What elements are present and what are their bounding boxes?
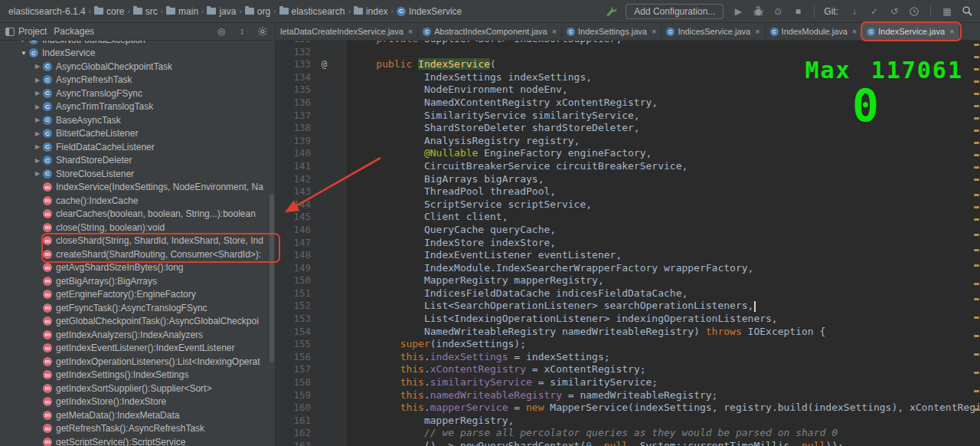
packages-toolwindow-button[interactable]: Packages xyxy=(54,26,94,37)
line-number: 143 xyxy=(276,185,311,198)
tree-item-getBigArrays-BigArrays[interactable]: mgetBigArrays():BigArrays xyxy=(0,274,270,288)
tree-item-IndexService[interactable]: ▼CIndexService xyxy=(0,47,270,61)
chevron-right-icon[interactable]: ▶ xyxy=(32,63,43,70)
tree-item-cache-IndexCache[interactable]: mcache():IndexCache xyxy=(0,194,270,208)
tree-item-getIndexStore-IndexStore[interactable]: mgetIndexStore():IndexStore xyxy=(0,395,270,409)
navigation-bar: elasticsearch-6.1.4›core›src›main›java›o… xyxy=(0,0,980,23)
breadcrumb-item-elasticsearch-6.1.4[interactable]: elasticsearch-6.1.4 xyxy=(6,5,88,18)
tree-item-createShard-ShardRouting-Consumer-ShardI[interactable]: mcreateShard(ShardRouting, Consumer<Shar… xyxy=(0,248,270,261)
code-line: 137 SimilarityService similarityService, xyxy=(276,110,972,123)
breadcrumb-item-elasticsearch[interactable]: elasticsearch xyxy=(277,5,348,18)
breadcrumb-item-src[interactable]: src xyxy=(131,5,160,18)
gutter: 149 xyxy=(276,262,346,275)
history-icon[interactable] xyxy=(907,5,921,18)
breadcrumb-item-main[interactable]: main xyxy=(164,5,201,18)
chevron-right-icon[interactable]: ▶ xyxy=(32,103,43,110)
tree-item-ShardStoreDeleter[interactable]: ▶CShardStoreDeleter xyxy=(0,154,270,168)
breadcrumb-item-java[interactable]: java xyxy=(204,5,238,18)
tree-item-getGlobalCheckpointTask-AsyncGlobalCheck[interactable]: mgetGlobalCheckpointTask():AsyncGlobalCh… xyxy=(0,315,270,329)
project-toolwindow-button[interactable]: Project xyxy=(5,26,47,37)
search-icon[interactable] xyxy=(960,5,974,18)
chevron-down-icon[interactable]: ▼ xyxy=(18,50,29,57)
tree-item-AsyncTranslogFSync[interactable]: ▶CAsyncTranslogFSync xyxy=(0,87,270,100)
tab-close-icon[interactable]: × xyxy=(852,27,857,36)
class-icon: C xyxy=(43,89,52,98)
git-update-icon[interactable]: ↓ xyxy=(848,5,861,18)
tab-IndicesService.java[interactable]: CIndicesService.java× xyxy=(662,23,765,40)
gutter: 138 xyxy=(276,122,346,135)
stop-icon[interactable]: ■ xyxy=(791,5,805,18)
class-icon: C xyxy=(397,7,406,16)
tree-item-FieldDataCacheListener[interactable]: ▶CFieldDataCacheListener xyxy=(0,140,270,154)
tree-item-close-String-boolean-void[interactable]: mclose(String, boolean):void xyxy=(0,221,270,234)
error-stripe[interactable] xyxy=(972,41,980,446)
run-icon[interactable]: ▶ xyxy=(731,5,745,18)
project-tree-panel[interactable]: ▶CIndexNotFoundException▼CIndexService▶C… xyxy=(0,41,276,446)
tree-item-getIndexSortSupplier-Supplier-Sort-[interactable]: mgetIndexSortSupplier():Supplier<Sort> xyxy=(0,382,270,395)
tree-item-getAvgShardSizeInBytes-long[interactable]: mgetAvgShardSizeInBytes():long xyxy=(0,261,270,275)
git-revert-icon[interactable]: ↺ xyxy=(887,5,901,18)
tree-item-AsyncGlobalCheckpointTask[interactable]: ▶CAsyncGlobalCheckpointTask xyxy=(0,60,270,74)
breadcrumb-item-org[interactable]: org xyxy=(243,5,273,18)
tab-letaDataCreateIndexService.java[interactable]: letaDataCreateIndexService.java× xyxy=(276,23,418,40)
tree-item-getEngineFactory-EngineFactory[interactable]: mgetEngineFactory():EngineFactory xyxy=(0,288,270,302)
tab-IndexModule.java[interactable]: CIndexModule.java× xyxy=(766,23,863,40)
breadcrumb-item-IndexService[interactable]: CIndexService xyxy=(394,5,464,18)
chevron-right-icon[interactable]: ▶ xyxy=(18,41,29,43)
breadcrumb-item-core[interactable]: core xyxy=(92,5,126,18)
layout-icon[interactable]: ▦ xyxy=(940,5,954,18)
tree-item-getScriptService-ScriptService[interactable]: mgetScriptService():ScriptService xyxy=(0,435,270,446)
tab-close-icon[interactable]: × xyxy=(652,27,656,36)
expand-collapse-icon[interactable]: ↕ xyxy=(235,25,249,38)
tree-item-BaseAsyncTask[interactable]: ▶CBaseAsyncTask xyxy=(0,113,270,127)
tree-item-AsyncRefreshTask[interactable]: ▶CAsyncRefreshTask xyxy=(0,74,270,87)
tab-IndexService.java[interactable]: CIndexService.java× xyxy=(862,23,959,40)
tree-item-closeShard-String-ShardId-IndexShard-Sto[interactable]: mcloseShard(String, ShardId, IndexShard,… xyxy=(0,234,270,248)
chevron-right-icon[interactable]: ▶ xyxy=(32,90,43,97)
tab-AbstractIndexComponent.java[interactable]: CAbstractIndexComponent.java× xyxy=(418,23,562,40)
tab-close-icon[interactable]: × xyxy=(552,27,557,36)
tree-item-getMetaData-IndexMetaData[interactable]: mgetMetaData():IndexMetaData xyxy=(0,408,270,422)
code-editor[interactable]: 131 private Supplier<Sort> indexSortSupp… xyxy=(276,41,980,446)
chevron-right-icon[interactable]: ▶ xyxy=(32,116,43,123)
gutter: 153 xyxy=(276,313,346,326)
line-number: 155 xyxy=(276,338,311,351)
chevron-right-icon[interactable]: ▶ xyxy=(32,130,43,137)
coverage-icon[interactable]: ⊙ xyxy=(771,5,785,18)
tab-close-icon[interactable]: × xyxy=(755,27,760,36)
locate-source-icon[interactable]: ◎ xyxy=(214,25,228,38)
build-wrench-icon[interactable] xyxy=(604,5,618,18)
tree-item-getIndexSettings-IndexSettings[interactable]: mgetIndexSettings():IndexSettings xyxy=(0,369,270,382)
tree-item-label: FieldDataCacheListener xyxy=(56,142,155,152)
chevron-right-icon[interactable]: ▶ xyxy=(32,170,43,177)
tree-item-IndexNotFoundException[interactable]: ▶CIndexNotFoundException xyxy=(0,41,270,47)
tree-item-getIndexAnalyzers-IndexAnalyzers[interactable]: mgetIndexAnalyzers():IndexAnalyzers xyxy=(0,328,270,342)
tree-item-getIndexEventListener-IndexEventListener[interactable]: mgetIndexEventListener():IndexEventListe… xyxy=(0,342,270,356)
stripe-mark xyxy=(974,80,979,83)
gutter: 156 xyxy=(276,351,346,364)
tree-item-StoreCloseListener[interactable]: ▶CStoreCloseListener xyxy=(0,167,270,181)
tree-scrollbar[interactable] xyxy=(270,194,274,362)
tree-item-IndexService-IndexSettings-NodeEnvironme[interactable]: mIndexService(IndexSettings, NodeEnviron… xyxy=(0,181,270,195)
chevron-right-icon[interactable]: ▶ xyxy=(32,77,43,84)
git-commit-icon[interactable]: ✓ xyxy=(867,5,881,18)
settings-gear-icon[interactable] xyxy=(256,25,270,38)
tree-item-BitsetCacheListener[interactable]: ▶CBitsetCacheListener xyxy=(0,127,270,141)
tree-item-getRefreshTask-AsyncRefreshTask[interactable]: mgetRefreshTask():AsyncRefreshTask xyxy=(0,422,270,436)
debug-bug-icon[interactable] xyxy=(751,5,765,18)
tab-IndexSettings.java[interactable]: CIndexSettings.java× xyxy=(562,23,662,40)
tab-close-icon[interactable]: × xyxy=(949,27,954,36)
gutter: 140 xyxy=(276,147,346,160)
tree-item-AsyncTrimTranslogTask[interactable]: ▶CAsyncTrimTranslogTask xyxy=(0,100,270,114)
tab-close-icon[interactable]: × xyxy=(408,27,413,36)
tree-item-getIndexOperationListeners-List-Indexing[interactable]: mgetIndexOperationListeners():List<Index… xyxy=(0,355,270,369)
structure-tree: ▶CIndexNotFoundException▼CIndexService▶C… xyxy=(0,41,270,446)
tree-item-getFsyncTask-AsyncTranslogFSync[interactable]: mgetFsyncTask():AsyncTranslogFSync xyxy=(0,301,270,315)
code-text: NamedXContentRegistry xContentRegistry, xyxy=(346,97,658,110)
chevron-right-icon[interactable]: ▶ xyxy=(32,157,43,164)
add-configuration-button[interactable]: Add Configuration... xyxy=(626,4,724,19)
chevron-right-icon[interactable]: ▶ xyxy=(32,143,43,150)
gutter: 161 xyxy=(276,415,346,428)
breadcrumb-item-index[interactable]: index xyxy=(351,5,390,18)
tree-item-clearCaches-boolean-boolean-String-boole[interactable]: mclearCaches(boolean, boolean, String...… xyxy=(0,208,270,221)
